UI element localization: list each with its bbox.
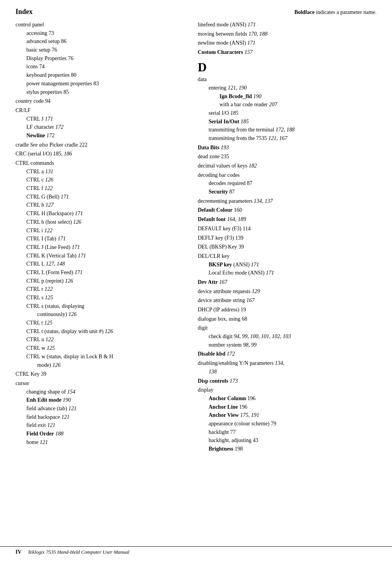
entry-text: CTRL L (26, 261, 46, 267)
list-item: decrementing parameters 134, 137 (198, 197, 376, 206)
entry-text: DEFAULT key (F3) (198, 226, 243, 231)
list-item: power management properties 83 (16, 79, 186, 88)
list-item: Anchor Column 196 (198, 394, 376, 403)
list-item: serial I/O 185 (198, 109, 376, 117)
list-item: CTRL s 125 (16, 294, 186, 302)
bold-entry: Disp controls (198, 378, 228, 384)
entry-num: 80 (71, 72, 76, 78)
list-item: Anchor Line 196 (198, 403, 376, 411)
list-item: BKSP key (ANSI) 171 (198, 261, 376, 269)
list-item: transmitting from the terminal 172, 188 (198, 126, 376, 134)
entry-text: appearance (colour scheme) (209, 421, 271, 427)
list-item: mode) 126 (16, 361, 186, 370)
list-item: Field Order 188 (16, 430, 186, 438)
entry-num: 171 (248, 22, 256, 28)
left-column: control panelaccessing 73advanced setup … (16, 20, 186, 453)
list-item: home 121 (16, 438, 186, 447)
entry-num: 77 (230, 429, 236, 435)
entry-num: 126 (52, 362, 60, 368)
list-item: CTRL p (reprint) 126 (16, 277, 186, 285)
entry-num: 94 (45, 98, 50, 104)
entry-num-cont: 138 (198, 369, 217, 375)
entry-num: 172 (45, 133, 55, 138)
entry-text: DHCP (IP address) (198, 307, 241, 313)
list-item: accessing 73 (16, 29, 186, 38)
page-footer: IV Teklogix 7535 Hand-Held Computer User… (0, 546, 392, 555)
header-subtitle: Boldface indicates a parameter name. (294, 9, 376, 16)
entry-num: 39 (238, 244, 244, 250)
entry-num: 85 (64, 89, 69, 95)
entry-num: 164, 189 (226, 216, 246, 222)
entry-num: 190 (252, 93, 262, 99)
entry-num: 190 (61, 397, 71, 403)
entry-num: 114 (243, 226, 250, 231)
entry-text: decodes required (209, 180, 247, 186)
entry-text: CTRL f (26, 185, 45, 191)
see-also-label: See also (30, 142, 48, 148)
footer-text: Teklogix 7535 Hand-Held Computer User Ma… (28, 549, 130, 555)
entry-text: data (198, 76, 207, 82)
list-item: Newline 172 (16, 131, 186, 140)
list-item: Enh Edit mode 190 (16, 396, 186, 404)
boldface-word: Boldface (294, 9, 314, 15)
bold-entry: Data Bits (198, 145, 219, 150)
entry-text: power management properties (26, 81, 93, 86)
list-item: DEFAULT key (F3) 114 (198, 225, 376, 233)
entry-num: 171 (74, 269, 83, 275)
entry-text: CTRL h (host select) (26, 219, 73, 225)
entry-num: 171 (251, 262, 259, 268)
list-item: basic setup 76 (16, 46, 186, 54)
entry-text: field exit (26, 422, 47, 428)
entry-num: 171 (75, 211, 83, 216)
list-item: field backspace 121 (16, 413, 186, 421)
entry-text: CTRL c (26, 177, 45, 183)
entry-num: 193 (219, 145, 229, 150)
bold-entry: BKSP key (209, 262, 232, 268)
bold-entry: Anchor Column (209, 395, 246, 401)
bold-entry: Serial In/Out (209, 119, 239, 124)
list-item: dead zone 235 (198, 152, 376, 161)
entry-num: 182 (249, 163, 257, 169)
entry-text: CTRL G (Bell) (26, 194, 61, 200)
entry-text: display (198, 387, 213, 393)
list-item: changing shape of 154 (16, 388, 186, 396)
list-item: CTRL r 122 (16, 285, 186, 294)
list-item: moving between fields 170, 188 (198, 30, 376, 38)
list-item: CTRL h 127 (16, 201, 186, 209)
entry-text: CTRL a (26, 169, 45, 174)
header-rest-text: indicates a parameter name. (314, 9, 376, 15)
entry-num: 175, 191 (239, 412, 259, 418)
entry-text2: (ANSI) (232, 262, 251, 268)
entry-num: 126 (69, 311, 77, 317)
list-item: transmitting from the 7535 121, 167 (198, 134, 376, 143)
bold-entry: Brightness (209, 446, 233, 452)
list-item: device attribute requests 129 (198, 287, 376, 296)
list-item: CTRL i 122 (16, 226, 186, 235)
bold-entry: Field Order (26, 431, 54, 437)
entry-text: newline mode (ANSI) (198, 40, 247, 46)
entry-num: 76 (68, 55, 73, 61)
entry-num: 122 (45, 185, 53, 191)
entry-text: dialogue box, using (198, 316, 242, 322)
entry-text: CTRL t (status, display with unit #) (26, 328, 105, 334)
entry-text: accessing (26, 30, 48, 36)
entry-num: 126 (73, 219, 81, 225)
entry-text: CTRL J (26, 116, 45, 122)
entry-num: 154 (67, 389, 75, 395)
entry-num: 172 (55, 124, 64, 130)
entry-num: 171 (61, 194, 69, 200)
list-item: CTRL L (Form Feed) 171 (16, 268, 186, 277)
entry-text: LF character (26, 124, 55, 130)
entry-num: 207 (269, 102, 277, 107)
entry-num: 73 (48, 30, 54, 36)
entry-num: 172 (225, 351, 235, 357)
bold-entry: Enh Edit mode (26, 397, 61, 403)
entry-num: 171 (247, 40, 256, 46)
entry-num: 43 (253, 437, 258, 443)
entry-text: number system (209, 342, 243, 348)
entry-text: CTRL s (26, 295, 45, 300)
entry-text: CTRL r (26, 286, 45, 292)
entry-num: 127 (45, 202, 54, 208)
index-title: Index (16, 8, 33, 16)
entry-num: 125 (45, 295, 53, 300)
